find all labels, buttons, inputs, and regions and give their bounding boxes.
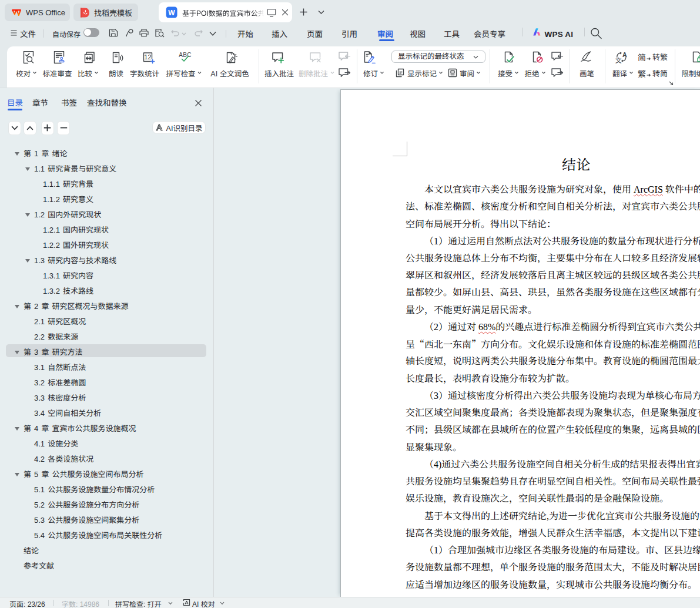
svg-text:12: 12 (144, 53, 151, 61)
svg-text:A: A (622, 51, 627, 58)
svg-text:文: 文 (615, 55, 621, 64)
svg-text:ABC: ABC (179, 52, 191, 58)
svg-text:W: W (168, 9, 175, 17)
